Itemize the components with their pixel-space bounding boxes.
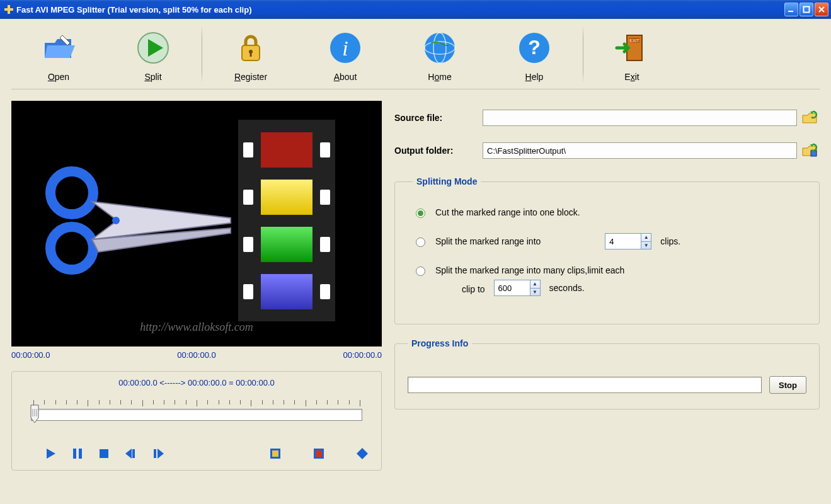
filmstrip-icon bbox=[238, 120, 335, 321]
svg-rect-31 bbox=[79, 449, 82, 459]
slider-ticks bbox=[33, 400, 360, 405]
source-file-label: Source file: bbox=[394, 113, 483, 123]
register-label: Register bbox=[234, 72, 267, 82]
svg-text:?: ? bbox=[528, 36, 541, 59]
toolbar-separator bbox=[202, 25, 202, 83]
progress-bar bbox=[408, 377, 762, 393]
play-disc-icon bbox=[135, 30, 171, 66]
maximize-button[interactable] bbox=[799, 3, 813, 16]
scissors-icon bbox=[42, 158, 231, 284]
source-file-input[interactable] bbox=[483, 110, 797, 126]
mode-split-seconds-line1: Split the marked range into many clips,l… bbox=[435, 265, 624, 275]
splitting-mode-legend: Splitting Mode bbox=[413, 176, 481, 186]
mode-split-count-pre: Split the marked range into bbox=[435, 236, 541, 246]
about-button[interactable]: i About bbox=[298, 19, 393, 89]
app-icon bbox=[4, 4, 14, 14]
step-back-button[interactable] bbox=[124, 446, 138, 461]
time-start: 00:00:00.0 bbox=[11, 350, 50, 360]
browse-output-button[interactable] bbox=[801, 142, 818, 159]
mode-split-seconds-post: seconds. bbox=[549, 283, 585, 293]
step-forward-button[interactable] bbox=[152, 446, 166, 461]
svg-rect-43 bbox=[811, 151, 817, 156]
seek-track[interactable] bbox=[31, 409, 362, 421]
split-label: Split bbox=[144, 72, 161, 82]
mode-cut-label: Cut the marked range into one block. bbox=[435, 207, 580, 217]
svg-rect-32 bbox=[100, 449, 108, 458]
split-button[interactable]: Split bbox=[106, 19, 200, 89]
exit-door-icon: EXIT bbox=[614, 30, 650, 66]
clip-count-input[interactable] bbox=[605, 233, 641, 249]
title-bar: Fast AVI MPEG Splitter (Trial version, s… bbox=[0, 0, 831, 19]
svg-rect-38 bbox=[272, 450, 278, 457]
svg-rect-34 bbox=[132, 449, 135, 458]
range-text: 00:00:00.0 <------> 00:00:00.0 = 00:00:0… bbox=[25, 378, 369, 387]
svg-rect-1 bbox=[4, 8, 13, 11]
register-button[interactable]: Register bbox=[203, 19, 298, 89]
svg-marker-29 bbox=[47, 449, 55, 459]
svg-point-12 bbox=[425, 33, 455, 63]
splitting-mode-panel: Splitting Mode Cut the marked range into… bbox=[394, 176, 820, 324]
help-label: Help bbox=[525, 72, 544, 82]
seconds-spinner[interactable]: ▲▼ bbox=[530, 280, 541, 296]
mode-split-seconds-radio[interactable] bbox=[416, 266, 425, 276]
mode-cut-radio[interactable] bbox=[416, 209, 425, 218]
mark-in-button[interactable] bbox=[269, 446, 282, 461]
time-current: 00:00:00.0 bbox=[177, 350, 215, 360]
window-title: Fast AVI MPEG Splitter (Trial version, s… bbox=[16, 5, 784, 14]
info-icon: i bbox=[328, 30, 363, 66]
open-label: Open bbox=[48, 72, 69, 82]
minimize-button[interactable] bbox=[784, 3, 798, 16]
globe-icon bbox=[422, 30, 457, 66]
pause-button[interactable] bbox=[71, 446, 84, 461]
mode-split-count-post: clips. bbox=[660, 236, 680, 246]
playback-panel: 00:00:00.0 <------> 00:00:00.0 = 00:00:0… bbox=[11, 371, 382, 471]
help-button[interactable]: ? Help bbox=[487, 19, 582, 89]
stop-playback-button[interactable] bbox=[98, 446, 110, 461]
watermark-text: http://www.alloksoft.com bbox=[11, 321, 382, 334]
stop-button[interactable]: Stop bbox=[769, 376, 806, 394]
home-button[interactable]: Home bbox=[393, 19, 487, 89]
svg-rect-35 bbox=[154, 449, 156, 458]
progress-panel: Progress Info Stop bbox=[394, 338, 820, 410]
svg-rect-3 bbox=[804, 7, 810, 13]
close-button[interactable] bbox=[815, 3, 828, 16]
lock-icon bbox=[233, 30, 268, 66]
seek-thumb[interactable] bbox=[30, 403, 40, 424]
svg-point-24 bbox=[112, 217, 120, 224]
home-label: Home bbox=[428, 72, 451, 82]
svg-marker-36 bbox=[158, 449, 164, 459]
browse-source-button[interactable] bbox=[801, 110, 818, 126]
mode-split-count-radio[interactable] bbox=[416, 238, 425, 247]
about-label: About bbox=[334, 72, 357, 82]
svg-marker-33 bbox=[125, 449, 132, 459]
svg-rect-8 bbox=[250, 52, 252, 57]
toolbar-separator bbox=[583, 25, 583, 83]
play-button[interactable] bbox=[45, 446, 57, 461]
exit-label: Exit bbox=[624, 72, 639, 82]
exit-button[interactable]: EXIT Exit bbox=[585, 19, 679, 89]
folder-open-icon bbox=[41, 30, 76, 66]
help-icon: ? bbox=[517, 30, 552, 66]
output-folder-label: Output folder: bbox=[394, 146, 483, 156]
output-folder-input[interactable] bbox=[483, 142, 797, 159]
time-end: 00:00:00.0 bbox=[343, 350, 382, 360]
svg-text:EXIT: EXIT bbox=[629, 38, 639, 43]
svg-point-21 bbox=[50, 227, 93, 270]
video-preview: http://www.alloksoft.com bbox=[11, 101, 382, 346]
clip-count-spinner[interactable]: ▲▼ bbox=[641, 233, 651, 249]
open-button[interactable]: Open bbox=[11, 19, 106, 89]
mode-split-seconds-pre2: clip to bbox=[462, 284, 485, 294]
svg-marker-41 bbox=[357, 448, 368, 459]
svg-rect-2 bbox=[788, 11, 793, 12]
clear-marks-button[interactable] bbox=[356, 446, 369, 461]
mark-out-button[interactable] bbox=[312, 446, 325, 461]
toolbar: Open Split Register i About Home bbox=[11, 19, 820, 89]
svg-rect-40 bbox=[316, 450, 322, 457]
seconds-input[interactable] bbox=[494, 280, 530, 296]
svg-point-20 bbox=[50, 171, 93, 214]
svg-text:i: i bbox=[342, 37, 348, 60]
progress-legend: Progress Info bbox=[408, 338, 472, 348]
svg-rect-30 bbox=[73, 449, 76, 459]
